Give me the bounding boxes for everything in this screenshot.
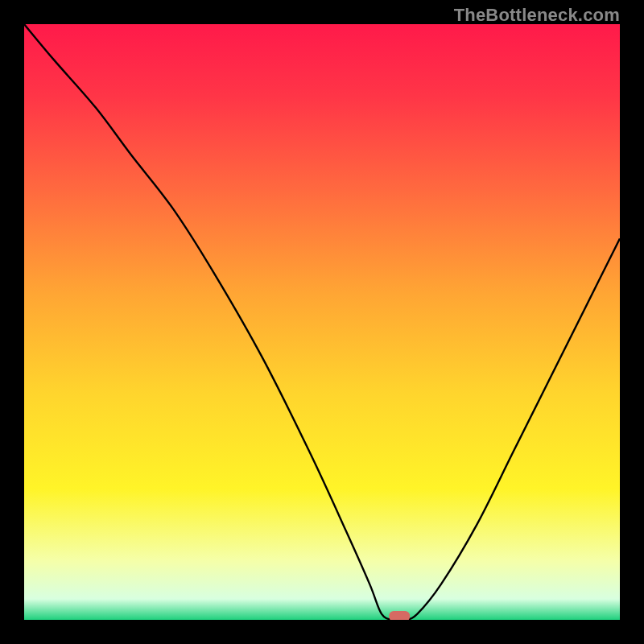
gradient-background	[24, 24, 620, 620]
chart-frame: TheBottleneck.com	[0, 0, 644, 644]
attribution-label: TheBottleneck.com	[454, 5, 620, 26]
minimum-marker	[389, 611, 410, 620]
chart-svg	[24, 24, 620, 620]
plot-area	[24, 24, 620, 620]
